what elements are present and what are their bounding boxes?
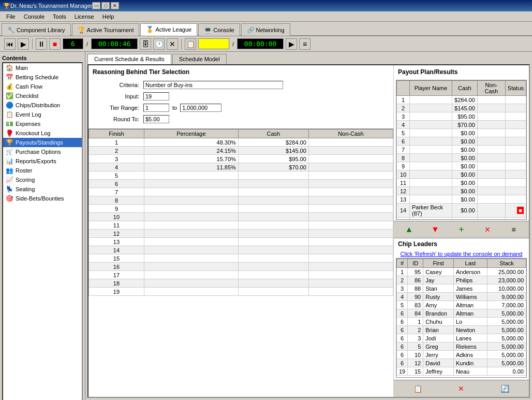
sidebar-item-seating[interactable]: 💺 Seating bbox=[3, 184, 82, 194]
chip-table-row[interactable]: 6 10 Jerry Adkins 5,000.00 bbox=[397, 351, 526, 359]
finish-table-row[interactable]: 1 48.30% $284.00 bbox=[89, 138, 393, 147]
sidebar-item-reports[interactable]: 📊 Reports/Exports bbox=[3, 156, 82, 166]
sidebar-item-purchase-options[interactable]: 🛒 Purchase Options bbox=[3, 147, 82, 156]
sidebar-item-scoring[interactable]: 📈 Scoring bbox=[3, 175, 82, 184]
sidebar-item-chips-distribution[interactable]: 🔵 Chips/Distribution bbox=[3, 101, 82, 110]
tab-networking[interactable]: 🔗 Networking bbox=[241, 23, 290, 36]
menu-tools[interactable]: Tools bbox=[49, 12, 70, 21]
finish-table-row[interactable]: 9 bbox=[89, 205, 393, 213]
payout-table-row[interactable]: 14 Parker Beck (87) $0.00 ■ bbox=[397, 204, 526, 218]
chip-table-row[interactable]: 4 90 Rusty Williams 9,000.00 bbox=[397, 293, 526, 301]
minimize-button[interactable]: — bbox=[92, 2, 100, 9]
tab-active-league[interactable]: 🏅 Active League bbox=[140, 23, 197, 36]
payout-up-button[interactable]: ▲ bbox=[396, 223, 422, 236]
sidebar-item-event-log[interactable]: 📋 Event Log bbox=[3, 110, 82, 119]
toolbar-book-button[interactable]: 📋 bbox=[185, 38, 196, 50]
sidebar-item-checklist[interactable]: ✅ Checklist bbox=[3, 91, 82, 101]
payout-table-row[interactable]: 11 $0.00 bbox=[397, 179, 526, 187]
tab-component-library[interactable]: 🔧 Component Library bbox=[2, 23, 71, 36]
payout-table-row[interactable]: 12 $0.00 bbox=[397, 187, 526, 195]
finish-table-row[interactable]: 8 bbox=[89, 196, 393, 205]
sidebar-item-knockout-log[interactable]: 🥊 Knockout Log bbox=[3, 128, 82, 138]
finish-table-row[interactable]: 6 bbox=[89, 180, 393, 188]
finish-table-row[interactable]: 13 bbox=[89, 238, 393, 246]
menu-console[interactable]: Console bbox=[20, 12, 49, 21]
toolbar-skip-back-button[interactable]: ⏮ bbox=[4, 38, 16, 50]
chip-table-row[interactable]: 6 3 Jodi Lanes 5,000.00 bbox=[397, 334, 526, 342]
sidebar-item-roster[interactable]: 👥 Roster bbox=[3, 166, 82, 175]
menu-license[interactable]: License bbox=[70, 12, 98, 21]
finish-table-row[interactable]: 4 11.85% $70.00 bbox=[89, 163, 393, 172]
payout-table-row[interactable]: 4 $70.00 bbox=[397, 121, 526, 129]
toolbar-db-button[interactable]: 🗄 bbox=[140, 38, 151, 50]
finish-table-row[interactable]: 17 bbox=[89, 271, 393, 279]
chip-table-row[interactable]: 3 88 Stan James 10,000.00 bbox=[397, 284, 526, 293]
close-button[interactable]: ✕ bbox=[111, 2, 119, 9]
toolbar-play2-button[interactable]: ▶ bbox=[286, 38, 297, 50]
payout-table-row[interactable]: 13 $0.00 bbox=[397, 195, 526, 204]
payout-table-row[interactable]: 9 $0.00 bbox=[397, 162, 526, 170]
finish-table-row[interactable]: 14 bbox=[89, 246, 393, 254]
payout-table-row[interactable]: 7 $0.00 bbox=[397, 146, 526, 154]
payout-table-row[interactable]: 15 (f) David Clarke (4) $0.00 ■ bbox=[397, 218, 526, 220]
finish-table-row[interactable]: 19 bbox=[89, 288, 393, 296]
finish-table-row[interactable]: 16 bbox=[89, 263, 393, 271]
sidebar-item-expenses[interactable]: 💵 Expenses bbox=[3, 119, 82, 128]
chip-table-row[interactable]: 6 2 Brian Newton 5,000.00 bbox=[397, 326, 526, 334]
tab-active-tournament[interactable]: 🏆 Active Tournament bbox=[72, 23, 140, 36]
finish-table-row[interactable]: 18 bbox=[89, 279, 393, 288]
payout-down-button[interactable]: ▼ bbox=[422, 223, 449, 236]
payout-table-row[interactable]: 8 $0.00 bbox=[397, 154, 526, 162]
tab-console[interactable]: 💻 Console bbox=[198, 23, 240, 36]
chip-copy-button[interactable]: 📋 bbox=[397, 382, 438, 395]
chip-table-row[interactable]: 19 15 Jeffrey Neau 0.00 bbox=[397, 367, 526, 376]
toolbar-play-button[interactable]: ▶ bbox=[18, 38, 29, 50]
sidebar-item-payouts[interactable]: 🏆 Payouts/Standings bbox=[3, 138, 82, 147]
chip-table-row[interactable]: 6 84 Brandon Altman 5,000.00 bbox=[397, 309, 526, 318]
payout-table-row[interactable]: 2 $145.00 bbox=[397, 104, 526, 112]
payout-table-row[interactable]: 5 $0.00 bbox=[397, 129, 526, 137]
payout-delete-button[interactable]: ✕ bbox=[475, 223, 501, 236]
chip-table-row[interactable]: 6 12 David Kundin 5,000.00 bbox=[397, 359, 526, 367]
chip-table-row[interactable]: 6 5 Greg Riekens 5,000.00 bbox=[397, 342, 526, 351]
round-to-input[interactable] bbox=[143, 115, 169, 123]
finish-table-row[interactable]: 10 bbox=[89, 213, 393, 221]
payout-list-button[interactable]: ≡ bbox=[500, 223, 527, 236]
payout-table-row[interactable]: 3 $95.00 bbox=[397, 112, 526, 121]
menu-file[interactable]: File bbox=[2, 12, 20, 21]
finish-table-row[interactable]: 2 24.15% $145.00 bbox=[89, 147, 393, 155]
payout-table-row[interactable]: 1 $284.00 bbox=[397, 96, 526, 104]
payout-add-button[interactable]: + bbox=[448, 223, 475, 236]
payout-table-row[interactable]: 6 $0.00 bbox=[397, 137, 526, 146]
chip-table-row[interactable]: 5 83 Amy Altman 7,000.00 bbox=[397, 301, 526, 309]
subtab-current-schedule[interactable]: Current Schedule & Results bbox=[87, 54, 171, 64]
finish-table-row[interactable]: 15 bbox=[89, 254, 393, 263]
chip-delete-button[interactable]: ✕ bbox=[440, 382, 482, 395]
refresh-notice[interactable]: Click 'Refresh' to update the console on… bbox=[394, 250, 529, 258]
toolbar-pause-button[interactable]: ⏸ bbox=[36, 38, 47, 50]
chip-refresh-button[interactable]: 🔄 bbox=[484, 382, 526, 395]
input-field[interactable] bbox=[143, 92, 169, 101]
maximize-button[interactable]: □ bbox=[101, 2, 110, 9]
finish-table-row[interactable]: 3 15.70% $95.00 bbox=[89, 155, 393, 163]
chip-table-row[interactable]: 6 1 Chuhu Lo 5,000.00 bbox=[397, 318, 526, 326]
toolbar-clock-button[interactable]: 🕐 bbox=[153, 38, 165, 50]
sidebar-item-main[interactable]: 🏠 Main bbox=[3, 63, 82, 73]
finish-table-row[interactable]: 11 bbox=[89, 221, 393, 230]
toolbar-list-button[interactable]: ≡ bbox=[299, 38, 311, 50]
chip-table-row[interactable]: 2 86 Jay Philips 23,000.00 bbox=[397, 276, 526, 284]
finish-table-row[interactable]: 5 bbox=[89, 172, 393, 180]
menu-help[interactable]: Help bbox=[98, 12, 119, 21]
sidebar-item-side-bets[interactable]: 🎯 Side-Bets/Bounties bbox=[3, 194, 82, 203]
finish-table-row[interactable]: 12 bbox=[89, 230, 393, 238]
tier-from-input[interactable] bbox=[143, 104, 169, 112]
sidebar-item-cash-flow[interactable]: 💰 Cash Flow bbox=[3, 82, 82, 91]
payout-table-row[interactable]: 10 $0.00 bbox=[397, 170, 526, 179]
toolbar-x-button[interactable]: ✕ bbox=[167, 38, 178, 50]
sidebar-item-betting-schedule[interactable]: 📅 Betting Schedule bbox=[3, 73, 82, 82]
chip-table-row[interactable]: 1 95 Casey Anderson 25,000.00 bbox=[397, 268, 526, 276]
subtab-schedule-model[interactable]: Schedule Model bbox=[172, 54, 227, 64]
criteria-input[interactable] bbox=[143, 81, 283, 89]
finish-table-row[interactable]: 7 bbox=[89, 188, 393, 196]
toolbar-stop-button[interactable]: ■ bbox=[49, 38, 61, 50]
